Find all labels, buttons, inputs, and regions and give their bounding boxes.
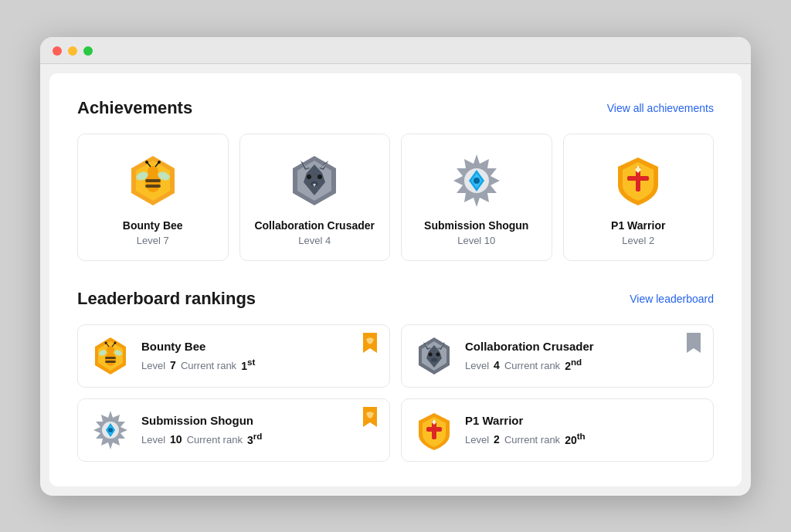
- close-dot[interactable]: [53, 46, 62, 56]
- bounty-bee-level: Level 7: [137, 235, 169, 246]
- browser-chrome: [40, 37, 751, 64]
- svg-point-27: [474, 178, 480, 184]
- rank-collab-crusader-name: Collaboration Crusader: [465, 340, 701, 353]
- svg-point-11: [158, 161, 161, 164]
- rank-p1-warrior-info: P1 Warrior Level 2 Current rank 20th: [465, 414, 701, 446]
- svg-rect-4: [145, 185, 161, 188]
- achievements-grid: Bounty Bee Level 7: [77, 134, 714, 261]
- rank-p1-warrior-icon: [414, 410, 454, 450]
- rank-bounty-bee-details: Level 7 Current rank 1st: [141, 357, 377, 372]
- view-all-achievements-link[interactable]: View all achievements: [607, 102, 714, 114]
- svg-point-50: [429, 352, 433, 356]
- svg-rect-35: [105, 361, 116, 363]
- achievement-card-p1-warrior: P1 Warrior Level 2: [563, 134, 715, 261]
- svg-point-42: [114, 341, 117, 344]
- svg-point-51: [436, 352, 440, 356]
- p1-warrior-level: Level 2: [622, 235, 654, 246]
- bounty-bee-name: Bounty Bee: [123, 219, 183, 232]
- rank-bounty-bee-info: Bounty Bee Level 7 Current rank 1st: [141, 340, 377, 372]
- maximize-dot[interactable]: [83, 46, 93, 56]
- rank-submission-shogun-info: Submission Shogun Level 10 Current rank …: [141, 414, 377, 446]
- rank-submission-shogun-details: Level 10 Current rank 3rd: [141, 431, 377, 446]
- svg-point-7: [148, 166, 158, 177]
- p1-warrior-name: P1 Warrior: [611, 219, 665, 232]
- rank-card-p1-warrior: P1 Warrior Level 2 Current rank 20th: [401, 398, 714, 462]
- svg-point-20: [317, 175, 322, 179]
- browser-content: Achievements View all achievements: [49, 73, 742, 486]
- rank-collab-crusader-info: Collaboration Crusader Level 4 Current r…: [465, 340, 701, 372]
- rank-card-bounty-bee: Bounty Bee Level 7 Current rank 1st: [77, 324, 390, 388]
- svg-rect-29: [627, 176, 649, 181]
- achievement-card-collab-crusader: Collaboration Crusader Level 4: [239, 134, 391, 261]
- svg-rect-59: [426, 427, 442, 432]
- gold-ribbon-2-icon: [362, 407, 379, 430]
- rank-p1-warrior-name: P1 Warrior: [465, 414, 701, 427]
- rank-collab-crusader-details: Level 4 Current rank 2nd: [465, 357, 701, 372]
- gold-ribbon-icon: [362, 333, 379, 356]
- rank-card-submission-shogun: Submission Shogun Level 10 Current rank …: [77, 398, 390, 462]
- browser-window: Achievements View all achievements: [40, 37, 751, 496]
- svg-point-57: [108, 428, 113, 432]
- svg-rect-34: [105, 357, 116, 359]
- svg-point-19: [307, 175, 311, 179]
- svg-point-9: [145, 161, 148, 164]
- bounty-bee-badge-icon: [125, 153, 181, 208]
- achievement-card-bounty-bee: Bounty Bee Level 7: [77, 134, 229, 261]
- leaderboard-grid: Bounty Bee Level 7 Current rank 1st: [77, 324, 714, 462]
- svg-point-52: [431, 357, 437, 361]
- rank-submission-shogun-name: Submission Shogun: [141, 414, 377, 427]
- achievements-title: Achievements: [77, 98, 192, 118]
- rank-bounty-bee-icon: [90, 336, 131, 376]
- rank-card-collab-crusader: Collaboration Crusader Level 4 Current r…: [401, 324, 714, 388]
- leaderboard-header: Leaderboard rankings View leaderboard: [77, 289, 714, 309]
- submission-shogun-level: Level 10: [457, 235, 495, 246]
- rank-submission-shogun-icon: [90, 410, 131, 450]
- leaderboard-title: Leaderboard rankings: [77, 289, 256, 309]
- svg-point-38: [107, 346, 114, 354]
- achievement-card-submission-shogun: Submission Shogun Level 10: [401, 134, 552, 261]
- svg-point-40: [105, 341, 107, 344]
- minimize-dot[interactable]: [68, 46, 77, 56]
- view-leaderboard-link[interactable]: View leaderboard: [630, 293, 714, 305]
- collab-crusader-badge-icon: [287, 153, 342, 208]
- submission-shogun-badge-icon: [449, 153, 504, 208]
- p1-warrior-badge-icon: [610, 153, 666, 208]
- svg-rect-3: [145, 179, 161, 182]
- silver-ribbon-icon: [685, 333, 702, 356]
- rank-collab-crusader-icon: [414, 336, 454, 376]
- submission-shogun-name: Submission Shogun: [424, 219, 528, 232]
- rank-bounty-bee-name: Bounty Bee: [141, 340, 377, 353]
- rank-p1-warrior-details: Level 2 Current rank 20th: [465, 431, 701, 446]
- collab-crusader-name: Collaboration Crusader: [254, 219, 375, 232]
- collab-crusader-level: Level 4: [298, 235, 331, 246]
- achievements-header: Achievements View all achievements: [77, 98, 714, 118]
